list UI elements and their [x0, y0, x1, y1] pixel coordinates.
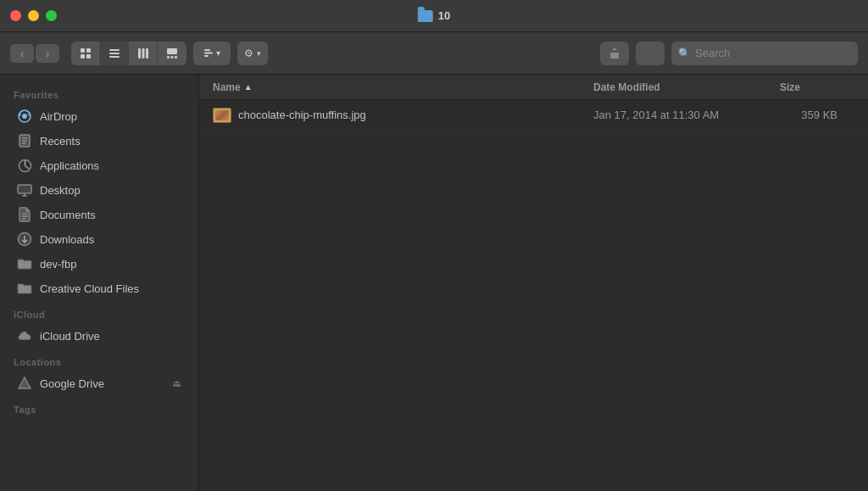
favorites-label: Favorites [0, 81, 198, 103]
svg-rect-9 [146, 48, 148, 59]
settings-arrow: ▾ [257, 49, 261, 58]
column-date-header[interactable]: Date Modified [580, 81, 766, 93]
view-list-button[interactable] [100, 42, 129, 65]
desktop-icon [17, 182, 32, 198]
search-input[interactable] [695, 47, 851, 59]
view-column-button[interactable] [129, 42, 158, 65]
sidebar-item-applications-label: Applications [40, 159, 99, 172]
view-gallery-button[interactable] [158, 42, 186, 65]
file-thumbnail [213, 106, 231, 125]
airdrop-icon [17, 109, 32, 124]
sidebar-item-airdrop[interactable]: AirDrop [3, 104, 195, 128]
group-sort-buttons: ▾ [193, 42, 231, 65]
svg-rect-28 [18, 185, 31, 193]
search-icon: 🔍 [678, 47, 691, 59]
traffic-lights [10, 10, 57, 21]
svg-rect-5 [109, 53, 120, 54]
downloads-icon [17, 232, 32, 247]
svg-point-20 [22, 114, 27, 119]
search-bar[interactable]: 🔍 [671, 42, 858, 65]
svg-rect-18 [651, 49, 658, 58]
sidebar-item-google-drive-label: Google Drive [40, 377, 104, 390]
sidebar-item-downloads[interactable]: Downloads [3, 227, 195, 251]
sidebar: Favorites AirDrop Recents [0, 75, 199, 491]
icloud-label: iCloud [0, 301, 198, 323]
svg-rect-7 [138, 48, 141, 59]
file-list: Name ▲ Date Modified Size chocolate-chip… [199, 75, 868, 491]
sidebar-item-downloads-label: Downloads [40, 233, 94, 246]
folder-dev-icon [17, 256, 32, 271]
file-name-cell: chocolate-chip-muffins.jpg [199, 106, 580, 125]
sidebar-item-recents[interactable]: Recents [3, 129, 195, 153]
sidebar-item-documents[interactable]: Documents [3, 203, 195, 226]
svg-rect-16 [204, 55, 209, 57]
sidebar-item-creative-cloud[interactable]: Creative Cloud Files [3, 276, 195, 300]
svg-rect-15 [204, 53, 213, 54]
google-drive-icon [17, 376, 32, 391]
documents-icon [17, 207, 32, 222]
sidebar-item-desktop-label: Desktop [40, 184, 81, 197]
sidebar-item-dev-fbp-label: dev-fbp [40, 258, 76, 271]
column-size-header[interactable]: Size [766, 81, 851, 93]
applications-icon [17, 158, 32, 173]
main-content: Favorites AirDrop Recents [0, 75, 868, 491]
svg-marker-36 [19, 377, 31, 388]
svg-rect-3 [86, 54, 91, 59]
folder-icon [418, 10, 433, 22]
svg-rect-11 [167, 56, 170, 59]
tag-button[interactable] [636, 42, 665, 65]
gear-icon: ⚙ [244, 47, 253, 59]
toolbar: ‹ › [0, 32, 868, 75]
titlebar: 10 [0, 0, 868, 32]
icloud-icon [17, 328, 32, 343]
folder-creative-cloud-icon [17, 281, 32, 296]
forward-button[interactable]: › [36, 44, 59, 63]
svg-rect-12 [171, 56, 174, 59]
sidebar-item-icloud-drive-label: iCloud Drive [40, 330, 100, 343]
share-button[interactable] [600, 42, 629, 65]
sidebar-item-dev-fbp[interactable]: dev-fbp [3, 252, 195, 276]
jpg-icon [213, 108, 231, 123]
file-date-cell: Jan 17, 2014 at 11:30 AM [580, 109, 766, 121]
svg-rect-4 [109, 49, 120, 51]
file-name: chocolate-chip-muffins.jpg [238, 109, 366, 121]
svg-rect-17 [643, 49, 649, 58]
svg-rect-2 [81, 54, 85, 59]
group-button[interactable]: ▾ [193, 42, 231, 65]
locations-label: Locations [0, 349, 198, 371]
column-name-header[interactable]: Name ▲ [199, 81, 580, 93]
svg-rect-0 [81, 48, 85, 53]
file-size-cell: 359 KB [766, 109, 851, 121]
svg-rect-10 [167, 48, 177, 54]
svg-line-27 [25, 165, 29, 169]
sidebar-item-airdrop-label: AirDrop [40, 110, 77, 123]
eject-icon[interactable]: ⏏ [172, 377, 181, 389]
close-button[interactable] [10, 10, 21, 21]
svg-rect-1 [86, 48, 91, 53]
window-title: 10 [418, 9, 450, 22]
sidebar-item-documents-label: Documents [40, 209, 96, 221]
svg-rect-14 [204, 49, 210, 51]
sidebar-item-icloud-drive[interactable]: iCloud Drive [3, 324, 195, 348]
table-row[interactable]: chocolate-chip-muffins.jpg Jan 17, 2014 … [199, 100, 868, 131]
sidebar-item-applications[interactable]: Applications [3, 153, 195, 177]
recents-icon [17, 133, 32, 148]
file-list-header: Name ▲ Date Modified Size [199, 75, 868, 100]
minimize-button[interactable] [28, 10, 39, 21]
maximize-button[interactable] [46, 10, 57, 21]
view-buttons [71, 42, 186, 65]
window-title-text: 10 [438, 9, 450, 22]
settings-button[interactable]: ⚙ ▾ [237, 42, 268, 65]
view-icon-button[interactable] [71, 42, 100, 65]
sidebar-item-creative-cloud-label: Creative Cloud Files [40, 282, 139, 295]
sort-arrow: ▲ [244, 82, 253, 92]
svg-rect-13 [175, 56, 177, 59]
tags-label: Tags [0, 396, 198, 418]
sidebar-item-google-drive[interactable]: Google Drive ⏏ [3, 371, 195, 395]
svg-rect-8 [142, 48, 144, 59]
sidebar-item-desktop[interactable]: Desktop [3, 178, 195, 202]
back-button[interactable]: ‹ [10, 44, 34, 63]
nav-buttons: ‹ › [10, 44, 59, 63]
sidebar-item-recents-label: Recents [40, 135, 81, 148]
svg-rect-6 [109, 56, 120, 58]
